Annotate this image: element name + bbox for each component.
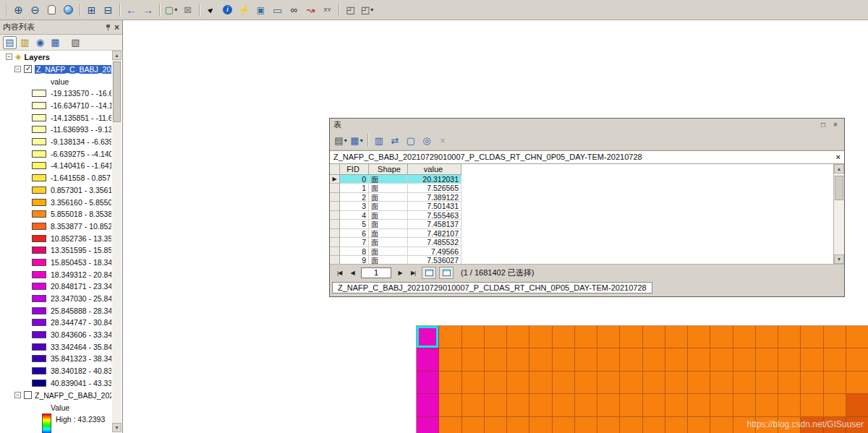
grid-cell[interactable] (439, 326, 461, 348)
legend-item[interactable]: 8.353877 - 10.852 (0, 220, 111, 233)
table-cell[interactable]: 20.312031 (408, 175, 461, 184)
collapse-icon[interactable]: − (14, 392, 21, 398)
grid-cell[interactable] (688, 417, 710, 433)
legend-item[interactable]: 10.852736 - 13.35 (0, 232, 111, 244)
grid-cell[interactable] (529, 372, 552, 394)
table-cell[interactable]: 面 (369, 238, 408, 247)
grid-cell[interactable] (439, 417, 461, 433)
row-selector[interactable] (330, 211, 340, 220)
grid-cell[interactable] (575, 348, 597, 371)
grid-cell[interactable] (529, 417, 552, 433)
legend-item[interactable]: -9.138134 - -6.639 (0, 136, 111, 148)
grid-cell[interactable] (553, 348, 575, 371)
grid-cell[interactable] (507, 372, 529, 394)
table-cell[interactable]: 7.536027 (408, 256, 461, 264)
find-button[interactable]: ∞ (286, 3, 302, 17)
legend-item[interactable]: 30.843606 - 33.34 (0, 329, 111, 341)
layer-visibility-checkbox[interactable]: ✓ (24, 65, 32, 73)
row-selector[interactable]: ▶ (330, 175, 340, 184)
legend-item[interactable]: 40.839041 - 43.33 (0, 377, 111, 390)
row-selector[interactable] (330, 238, 340, 247)
grid-cell[interactable] (688, 326, 710, 348)
layer-name[interactable]: Z_NAFP_C_BABJ_202 (35, 391, 111, 400)
layer-row[interactable]: − ✓ Z_NAFP_C_BABJ_202 (0, 63, 111, 75)
legend-item[interactable]: 18.349312 - 20.84 (0, 268, 111, 280)
grid-cell[interactable] (507, 417, 529, 433)
grid-cell[interactable] (710, 372, 733, 394)
table-cell[interactable]: 7 (340, 238, 369, 247)
legend-swatch[interactable] (32, 246, 46, 254)
table-row[interactable]: 8面7.49566 (330, 247, 461, 257)
legend-swatch[interactable] (32, 331, 46, 338)
grid-cell[interactable] (485, 372, 507, 394)
scroll-down-icon[interactable]: ▼ (834, 254, 844, 264)
select-by-attributes-button[interactable]: ▥ (372, 134, 386, 147)
legend-item[interactable]: 0.857301 - 3.3561 (0, 184, 111, 197)
grid-cell[interactable] (824, 394, 846, 416)
related-tables-button[interactable]: ▦▾ (349, 134, 364, 147)
table-cell[interactable]: 5 (340, 220, 369, 229)
table-cell[interactable]: 4 (340, 211, 369, 220)
legend-item[interactable]: 23.347030 - 25.84 (0, 293, 111, 305)
legend-swatch[interactable] (32, 114, 46, 121)
switch-selection-button[interactable]: ⇄ (388, 134, 402, 147)
list-by-visibility-button[interactable]: ◉ (33, 36, 47, 49)
table-cell[interactable]: 面 (369, 193, 408, 202)
grid-cell[interactable] (824, 348, 846, 371)
table-options-button[interactable]: ▤▾ (333, 134, 348, 147)
grid-cell[interactable] (529, 394, 552, 416)
map-grid[interactable] (416, 325, 868, 433)
legend-swatch[interactable] (32, 210, 46, 218)
list-by-source-button[interactable]: ▥ (18, 36, 32, 49)
legend-swatch[interactable] (32, 235, 46, 242)
row-selector[interactable] (330, 184, 340, 193)
legend-swatch[interactable] (32, 150, 46, 158)
grid-cell[interactable] (643, 417, 665, 433)
grid-cell[interactable] (575, 394, 597, 416)
table-row[interactable]: 2面7.389122 (330, 193, 461, 202)
grid-cell[interactable] (575, 417, 597, 433)
grid-cell[interactable] (801, 394, 823, 416)
table-cell[interactable]: 3 (340, 202, 369, 211)
legend-item[interactable]: -6.639275 - -4.140 (0, 147, 111, 160)
grid-cell[interactable] (417, 348, 439, 371)
table-row[interactable]: 4面7.555463 (330, 211, 461, 220)
legend-swatch[interactable] (32, 126, 46, 133)
grid-cell[interactable] (575, 326, 597, 348)
grid-cell[interactable] (778, 348, 801, 371)
grid-cell[interactable] (620, 348, 642, 371)
grid-cell[interactable] (756, 394, 778, 416)
table-cell[interactable]: 8 (340, 247, 369, 257)
grid-cell[interactable] (597, 394, 620, 416)
table-cell[interactable]: 7.482107 (408, 229, 461, 239)
grid-cell[interactable] (597, 326, 620, 348)
grid-cell[interactable] (597, 372, 620, 394)
grid-cell[interactable] (417, 394, 439, 416)
grid-cell[interactable] (710, 394, 733, 416)
layer-visibility-checkbox[interactable] (24, 391, 32, 399)
grid-cell[interactable] (529, 348, 552, 371)
grid-cell[interactable] (710, 348, 733, 371)
row-selector[interactable] (330, 220, 340, 229)
zoom-in-button[interactable]: ⊕ (11, 3, 26, 17)
table-cell[interactable]: 2 (340, 193, 369, 202)
legend-swatch[interactable] (32, 174, 46, 181)
grid-cell[interactable] (643, 372, 665, 394)
legend-item[interactable]: -19.133570 - -16.6 (0, 87, 111, 100)
delete-selected-button[interactable]: × (435, 134, 450, 147)
legend-swatch[interactable] (32, 90, 46, 97)
grid-cell[interactable] (507, 348, 529, 371)
full-extent-button[interactable] (61, 3, 76, 17)
back-button[interactable]: ← (124, 3, 139, 17)
grid-cell[interactable] (439, 348, 461, 371)
grid-cell[interactable] (756, 326, 778, 348)
grid-cell[interactable] (553, 394, 575, 416)
legend-swatch[interactable] (32, 259, 46, 266)
grid-cell[interactable] (756, 348, 778, 371)
grid-cell[interactable] (846, 326, 868, 348)
grid-cell[interactable] (665, 348, 688, 371)
grid-cell[interactable] (507, 394, 529, 416)
show-all-records-button[interactable] (422, 267, 436, 279)
grid-cell[interactable] (597, 417, 620, 433)
legend-swatch[interactable] (32, 187, 46, 194)
